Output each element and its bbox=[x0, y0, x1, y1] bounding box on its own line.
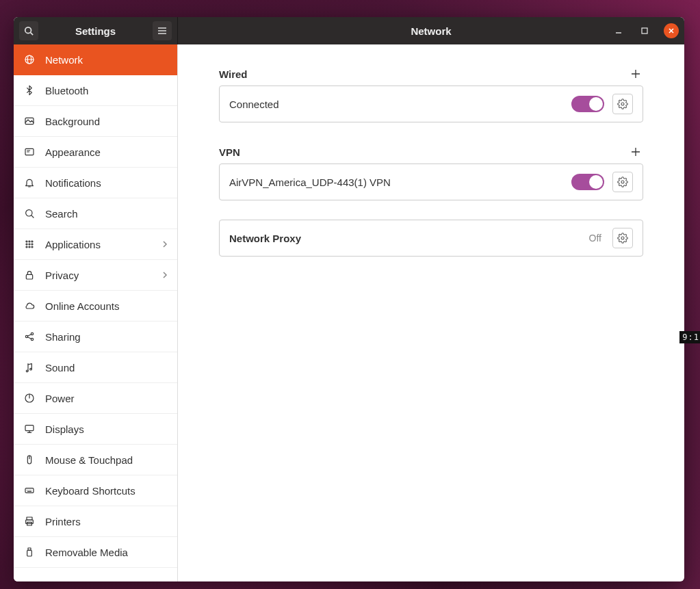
search-icon bbox=[23, 208, 36, 219]
sidebar-item-mouse-touchpad[interactable]: Mouse & Touchpad bbox=[14, 445, 177, 475]
main-content: Wired Connected VPN bbox=[178, 44, 684, 581]
svg-point-23 bbox=[29, 246, 30, 248]
wired-status-label: Connected bbox=[229, 99, 563, 110]
grid-icon bbox=[23, 239, 36, 250]
chevron-right-icon bbox=[162, 270, 168, 281]
power-icon bbox=[23, 393, 36, 404]
window-controls bbox=[612, 17, 679, 44]
sidebar-item-appearance[interactable]: Appearance bbox=[14, 137, 177, 168]
sidebar-item-label: Sound bbox=[45, 362, 75, 374]
svg-point-52 bbox=[621, 103, 624, 105]
chevron-right-icon bbox=[162, 239, 168, 250]
search-button[interactable] bbox=[19, 21, 38, 40]
sidebar-item-displays[interactable]: Displays bbox=[14, 414, 177, 445]
sidebar-item-keyboard-shortcuts[interactable]: Keyboard Shortcuts bbox=[14, 475, 177, 506]
svg-point-56 bbox=[621, 237, 624, 239]
close-icon bbox=[668, 27, 675, 34]
share-icon bbox=[23, 331, 36, 342]
svg-point-31 bbox=[26, 370, 28, 372]
svg-rect-13 bbox=[25, 148, 34, 155]
svg-point-55 bbox=[621, 181, 624, 183]
sidebar-item-background[interactable]: Background bbox=[14, 106, 177, 137]
plus-icon bbox=[631, 147, 640, 157]
svg-line-30 bbox=[27, 337, 31, 339]
hamburger-icon bbox=[157, 27, 167, 35]
svg-rect-25 bbox=[26, 274, 32, 279]
sidebar-item-label: Network bbox=[45, 54, 83, 66]
window-title: Network bbox=[178, 25, 684, 37]
vpn-settings-button[interactable] bbox=[612, 172, 633, 192]
sidebar-item-printers[interactable]: Printers bbox=[14, 506, 177, 537]
sidebar-item-sharing[interactable]: Sharing bbox=[14, 322, 177, 352]
sidebar-item-removable-media[interactable]: Removable Media bbox=[14, 537, 177, 568]
sidebar-item-search[interactable]: Search bbox=[14, 198, 177, 229]
sidebar-item-sound[interactable]: Sound bbox=[14, 352, 177, 383]
sidebar-item-label: Removable Media bbox=[45, 547, 128, 558]
sidebar-item-privacy[interactable]: Privacy bbox=[14, 260, 177, 291]
proxy-status: Off bbox=[589, 233, 601, 244]
keyboard-icon bbox=[23, 485, 36, 496]
svg-rect-6 bbox=[642, 28, 647, 34]
bluetooth-icon bbox=[23, 85, 36, 96]
proxy-settings-button[interactable] bbox=[612, 228, 633, 248]
search-icon bbox=[24, 26, 34, 36]
svg-point-24 bbox=[31, 246, 33, 248]
desktop-clock-fragment: 9:1 bbox=[679, 331, 700, 343]
sidebar-title: Settings bbox=[38, 25, 153, 37]
wired-panel: Connected bbox=[219, 86, 643, 122]
titlebar-sidebar-header: Settings bbox=[14, 17, 178, 44]
appearance-icon bbox=[23, 146, 36, 157]
sidebar-item-power[interactable]: Power bbox=[14, 383, 177, 414]
svg-point-20 bbox=[29, 244, 30, 245]
svg-line-29 bbox=[27, 335, 31, 337]
sidebar-item-label: Background bbox=[45, 116, 100, 127]
svg-point-19 bbox=[26, 244, 27, 245]
close-button[interactable] bbox=[664, 23, 679, 38]
svg-point-16 bbox=[26, 241, 27, 242]
svg-point-0 bbox=[25, 27, 31, 34]
vpn-name-label: AirVPN_America_UDP-443(1) VPN bbox=[229, 176, 563, 188]
vpn-row: AirVPN_America_UDP-443(1) VPN bbox=[220, 164, 643, 200]
sidebar-item-label: Printers bbox=[45, 516, 81, 527]
sidebar-item-label: Displays bbox=[45, 423, 84, 435]
lock-icon bbox=[23, 270, 36, 280]
proxy-row[interactable]: Network Proxy Off bbox=[220, 220, 643, 256]
minimize-button[interactable] bbox=[612, 24, 625, 38]
cloud-icon bbox=[23, 300, 36, 311]
vpn-toggle[interactable] bbox=[571, 174, 604, 190]
sidebar-item-label: Bluetooth bbox=[45, 85, 88, 96]
svg-rect-35 bbox=[25, 426, 34, 431]
add-wired-button[interactable] bbox=[628, 66, 643, 81]
vpn-section-header: VPN bbox=[219, 144, 643, 159]
background-icon bbox=[23, 116, 36, 127]
mouse-icon bbox=[23, 454, 36, 465]
vpn-panel: AirVPN_America_UDP-443(1) VPN bbox=[219, 163, 643, 200]
bell-icon bbox=[23, 177, 36, 188]
titlebar: Settings Network bbox=[14, 17, 684, 44]
sidebar-item-network[interactable]: Network bbox=[14, 44, 177, 75]
svg-point-17 bbox=[29, 241, 30, 242]
wired-row: Connected bbox=[220, 86, 643, 122]
sidebar-item-notifications[interactable]: Notifications bbox=[14, 168, 177, 198]
svg-line-15 bbox=[31, 215, 34, 218]
plus-icon bbox=[631, 69, 640, 79]
proxy-panel: Network Proxy Off bbox=[219, 220, 643, 257]
wired-settings-button[interactable] bbox=[612, 94, 633, 114]
sidebar-item-bluetooth[interactable]: Bluetooth bbox=[14, 75, 177, 106]
sidebar-item-online-accounts[interactable]: Online Accounts bbox=[14, 291, 177, 322]
wired-toggle[interactable] bbox=[571, 96, 604, 112]
wired-section-header: Wired bbox=[219, 66, 643, 81]
sidebar-item-label: Sharing bbox=[45, 331, 81, 343]
sidebar-item-label: Notifications bbox=[45, 177, 101, 189]
maximize-button[interactable] bbox=[638, 24, 651, 38]
sidebar-item-label: Applications bbox=[45, 239, 101, 250]
sidebar[interactable]: NetworkBluetoothBackgroundAppearanceNoti… bbox=[14, 44, 178, 581]
sidebar-item-label: Keyboard Shortcuts bbox=[45, 485, 135, 497]
svg-point-32 bbox=[30, 368, 32, 370]
settings-window: Settings Network NetworkBluetoothBackgro… bbox=[14, 17, 684, 581]
sidebar-item-applications[interactable]: Applications bbox=[14, 229, 177, 260]
sidebar-item-label: Power bbox=[45, 393, 75, 404]
usb-icon bbox=[23, 547, 36, 558]
add-vpn-button[interactable] bbox=[628, 144, 643, 159]
hamburger-menu-button[interactable] bbox=[153, 21, 172, 40]
